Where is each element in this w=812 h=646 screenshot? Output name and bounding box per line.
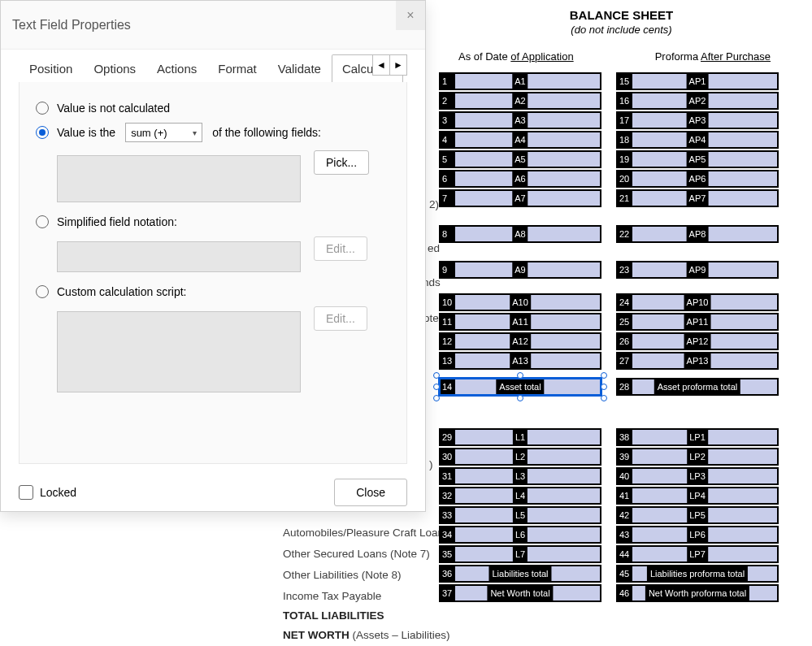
field-label: AP12 bbox=[684, 334, 711, 349]
field-number: 3 bbox=[441, 113, 455, 128]
simplified-notation-input[interactable] bbox=[57, 241, 301, 272]
form-field[interactable]: 23AP9 bbox=[616, 261, 779, 279]
field-number: 42 bbox=[618, 508, 632, 522]
field-number: 26 bbox=[618, 334, 632, 349]
tab-options[interactable]: Options bbox=[83, 54, 146, 82]
tab-position[interactable]: Position bbox=[19, 54, 83, 82]
doc-line: Other Secured Loans (Note 7) bbox=[283, 548, 430, 560]
radio-icon[interactable] bbox=[36, 102, 49, 115]
form-field[interactable]: 8A8 bbox=[439, 225, 601, 243]
close-icon[interactable]: × bbox=[396, 1, 425, 30]
form-field[interactable]: 11A11 bbox=[439, 313, 601, 331]
radio-icon[interactable] bbox=[36, 215, 49, 228]
form-field[interactable]: 46Net Worth proforma total bbox=[616, 584, 779, 602]
field-number: 24 bbox=[618, 295, 632, 310]
field-number: 15 bbox=[618, 74, 632, 89]
form-field[interactable]: 9A9 bbox=[439, 261, 601, 279]
form-field[interactable]: 3A3 bbox=[439, 111, 601, 129]
form-field[interactable]: 15AP1 bbox=[616, 72, 779, 90]
radio-icon[interactable] bbox=[36, 126, 49, 139]
field-number: 6 bbox=[441, 171, 455, 186]
field-label: A6 bbox=[512, 171, 528, 186]
pick-button[interactable]: Pick... bbox=[314, 150, 369, 175]
form-field[interactable]: 21AP7 bbox=[616, 189, 779, 207]
field-number: 8 bbox=[441, 227, 455, 241]
field-label: AP2 bbox=[687, 93, 709, 108]
form-field[interactable]: 19AP5 bbox=[616, 150, 779, 168]
form-field[interactable]: 37Net Worth total bbox=[439, 584, 601, 602]
form-field[interactable]: 44LP7 bbox=[616, 545, 779, 563]
radio-custom-script[interactable]: Custom calculation script: bbox=[36, 285, 390, 298]
locked-checkbox[interactable] bbox=[19, 485, 33, 500]
form-field[interactable]: 36Liabilities total bbox=[439, 565, 601, 583]
sheet-title: BALANCE SHEET bbox=[439, 8, 804, 22]
field-label: LP5 bbox=[687, 508, 708, 522]
form-field[interactable]: 28Asset proforma total bbox=[616, 378, 779, 396]
form-field[interactable]: 14Asset total bbox=[439, 378, 601, 396]
form-field[interactable]: 24AP10 bbox=[616, 293, 779, 311]
form-field[interactable]: 13A13 bbox=[439, 352, 601, 370]
chevron-down-icon: ▾ bbox=[193, 128, 197, 137]
radio-simplified[interactable]: Simplified field notation: bbox=[36, 215, 390, 228]
form-field[interactable]: 18AP4 bbox=[616, 131, 779, 149]
radio-value-is-the[interactable]: Value is the sum (+)▾ of the following f… bbox=[36, 123, 390, 142]
close-button[interactable]: Close bbox=[334, 479, 407, 506]
field-number: 11 bbox=[441, 314, 455, 329]
radio-icon[interactable] bbox=[36, 285, 49, 298]
dialog-title: Text Field Properties bbox=[12, 18, 131, 33]
form-field[interactable]: 25AP11 bbox=[616, 313, 779, 331]
edit-simplified-button[interactable]: Edit... bbox=[314, 236, 367, 261]
form-field[interactable]: 41LP4 bbox=[616, 487, 779, 505]
form-field[interactable]: 20AP6 bbox=[616, 170, 779, 188]
form-field[interactable]: 45Liabilities proforma total bbox=[616, 565, 779, 583]
fields-list[interactable] bbox=[57, 155, 301, 202]
form-field[interactable]: 5A5 bbox=[439, 150, 601, 168]
next-tab-button[interactable]: ► bbox=[389, 54, 407, 76]
form-field[interactable]: 26AP12 bbox=[616, 332, 779, 350]
form-field[interactable]: 40LP3 bbox=[616, 467, 779, 485]
dialog-titlebar[interactable]: Text Field Properties × bbox=[1, 1, 425, 50]
field-number: 9 bbox=[441, 262, 455, 277]
operation-select[interactable]: sum (+)▾ bbox=[125, 123, 202, 142]
field-label: AP7 bbox=[687, 191, 709, 206]
field-label: A12 bbox=[510, 334, 531, 349]
form-field[interactable]: 30L2 bbox=[439, 448, 601, 466]
prev-tab-button[interactable]: ◄ bbox=[372, 54, 390, 76]
form-field[interactable]: 29L1 bbox=[439, 428, 601, 446]
field-label: A1 bbox=[512, 74, 528, 89]
radio-not-calculated[interactable]: Value is not calculated bbox=[36, 102, 390, 115]
form-field[interactable]: 42LP5 bbox=[616, 506, 779, 524]
doc-line: Other Liabilities (Note 8) bbox=[283, 569, 402, 581]
form-field[interactable]: 10A10 bbox=[439, 293, 601, 311]
form-field[interactable]: 35L7 bbox=[439, 545, 601, 563]
form-field[interactable]: 38LP1 bbox=[616, 428, 779, 446]
tab-validate[interactable]: Validate bbox=[267, 54, 332, 82]
field-number: 5 bbox=[441, 152, 455, 167]
form-field[interactable]: 17AP3 bbox=[616, 111, 779, 129]
field-label: L4 bbox=[513, 488, 528, 503]
field-number: 38 bbox=[618, 430, 632, 444]
form-field[interactable]: 33L5 bbox=[439, 506, 601, 524]
field-label: LP6 bbox=[687, 527, 708, 542]
form-field[interactable]: 22AP8 bbox=[616, 225, 779, 243]
form-field[interactable]: 27AP13 bbox=[616, 352, 779, 370]
form-field[interactable]: 16AP2 bbox=[616, 92, 779, 110]
field-label: AP3 bbox=[687, 113, 709, 128]
form-field[interactable]: 7A7 bbox=[439, 189, 601, 207]
custom-script-input[interactable] bbox=[57, 311, 301, 392]
form-field[interactable]: 31L3 bbox=[439, 467, 601, 485]
field-label: AP9 bbox=[687, 262, 709, 277]
field-number: 17 bbox=[618, 113, 632, 128]
form-field[interactable]: 39LP2 bbox=[616, 448, 779, 466]
form-field[interactable]: 43LP6 bbox=[616, 526, 779, 544]
edit-script-button[interactable]: Edit... bbox=[314, 306, 367, 331]
form-field[interactable]: 4A4 bbox=[439, 131, 601, 149]
form-field[interactable]: 1A1 bbox=[439, 72, 601, 90]
form-field[interactable]: 12A12 bbox=[439, 332, 601, 350]
tab-actions[interactable]: Actions bbox=[146, 54, 207, 82]
form-field[interactable]: 34L6 bbox=[439, 526, 601, 544]
form-field[interactable]: 6A6 bbox=[439, 170, 601, 188]
form-field[interactable]: 32L4 bbox=[439, 487, 601, 505]
form-field[interactable]: 2A2 bbox=[439, 92, 601, 110]
tab-format[interactable]: Format bbox=[207, 54, 267, 82]
